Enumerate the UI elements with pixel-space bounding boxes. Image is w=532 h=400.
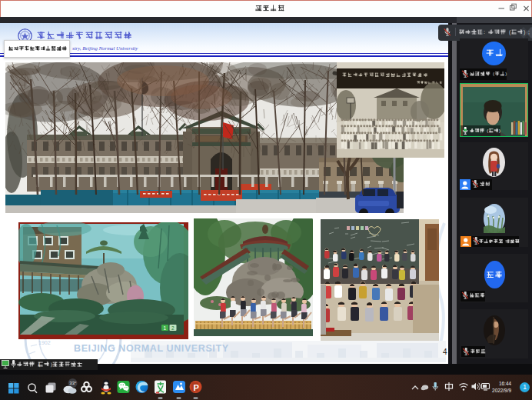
svg-text:;: ;	[528, 29, 530, 35]
svg-text:33°: 33°	[69, 381, 77, 385]
svg-text:2: 2	[171, 325, 175, 331]
svg-text:(: (	[487, 128, 488, 132]
svg-text:): )	[524, 29, 525, 35]
svg-text::: :	[484, 29, 485, 35]
svg-text:(: (	[493, 71, 494, 76]
svg-text:1: 1	[164, 325, 167, 331]
svg-text:(: (	[509, 29, 511, 35]
svg-text:P: P	[194, 383, 199, 392]
svg-text:1902: 1902	[38, 340, 51, 345]
svg-text:): )	[499, 128, 500, 132]
svg-text:): )	[505, 71, 507, 76]
